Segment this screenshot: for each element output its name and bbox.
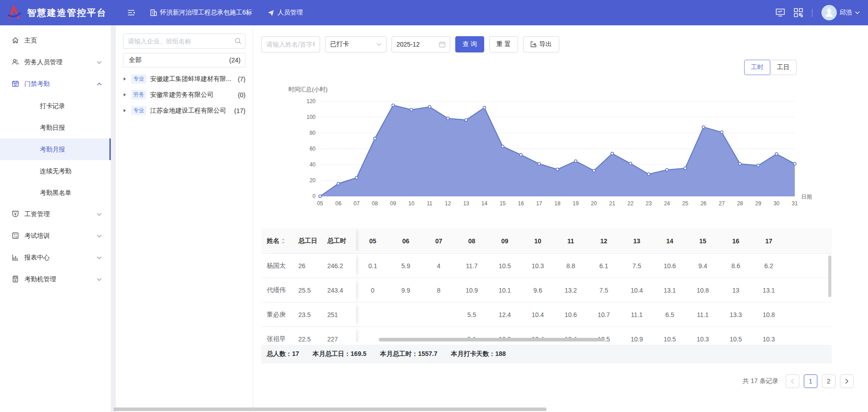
- tree-all-label: 全部: [129, 56, 142, 64]
- page-button-2[interactable]: 2: [822, 374, 835, 388]
- export-button[interactable]: 导出: [523, 36, 559, 52]
- punch-status-select[interactable]: 已打卡: [325, 36, 387, 52]
- company-tree-panel: 全部 (24) 专业安徽建工集团蚌埠建材有限...(7)劳务安徽常建劳务有限公司…: [116, 25, 253, 412]
- page-horizontal-scrollbar[interactable]: [113, 407, 547, 411]
- svg-text:12: 12: [445, 200, 451, 207]
- tree-item-2[interactable]: 专业江苏金地建设工程有限公司(17): [123, 103, 245, 118]
- qr-code-icon[interactable]: [794, 8, 803, 17]
- cell-day: 13.1: [752, 278, 785, 302]
- prev-page-button[interactable]: [786, 374, 799, 388]
- svg-text:29: 29: [755, 200, 762, 207]
- sidebar-item-6[interactable]: 考勤机管理: [0, 269, 111, 290]
- monitor-icon[interactable]: [776, 9, 785, 17]
- summary-item-3: 本月打卡天数：188: [451, 350, 505, 358]
- cell-day: 0.1: [356, 254, 389, 278]
- cell-day: 11.1: [686, 303, 719, 327]
- cell-day: 6.2: [752, 254, 785, 278]
- user-menu[interactable]: 邱浩: [821, 5, 860, 20]
- col-day-09: 09: [488, 228, 521, 253]
- table-header-row: 姓名总工日总工时05060708091011121314151617: [261, 228, 832, 254]
- toggle-days-button[interactable]: 工日: [770, 60, 797, 75]
- cell-day: 10.3: [686, 327, 719, 342]
- tree-item-all[interactable]: 全部 (24): [123, 53, 245, 67]
- attendance-table: 姓名总工日总工时05060708091011121314151617杨国太262…: [261, 228, 832, 342]
- cell-day: 9.4: [686, 254, 719, 278]
- sidebar-subitem-考勤黑名单[interactable]: 考勤黑名单: [0, 182, 111, 204]
- cell-day: 8.8: [554, 254, 587, 278]
- svg-text:30: 30: [774, 200, 780, 207]
- table-row-1[interactable]: 代绩伟25.5243.409.9810.910.19.613.27.510.41…: [261, 278, 832, 303]
- table-vertical-scrollbar[interactable]: [828, 256, 831, 297]
- sidebar-item-2[interactable]: 门禁考勤: [0, 73, 111, 95]
- svg-text:27: 27: [719, 200, 725, 207]
- tree-all-count: (24): [229, 57, 241, 64]
- table-horizontal-scrollbar[interactable]: [379, 338, 605, 341]
- col-name[interactable]: 姓名: [261, 228, 298, 253]
- sidebar-subitem-连续无考勤[interactable]: 连续无考勤: [0, 160, 111, 182]
- sidebar-item-0[interactable]: 主页: [0, 30, 111, 52]
- caret-right-icon[interactable]: [123, 93, 127, 97]
- sidebar-item-3[interactable]: 工资管理: [0, 204, 111, 225]
- company-search-input[interactable]: [123, 33, 245, 49]
- report-icon: [12, 254, 19, 262]
- company-count: (7): [238, 76, 245, 83]
- sort-icon[interactable]: [281, 238, 285, 244]
- sidebar-item-1[interactable]: 劳务人员管理: [0, 52, 111, 73]
- attendance-chart: 时间汇总(小时)02040608010012005060708091011121…: [285, 84, 814, 209]
- sidebar-item-5[interactable]: 报表中心: [0, 247, 111, 269]
- records-total: 共 17 条记录: [743, 377, 778, 385]
- page-button-1[interactable]: 1: [804, 374, 817, 388]
- table-row-0[interactable]: 杨国太26246.20.15.9411.710.510.38.86.17.510…: [261, 254, 832, 278]
- cell-total-hours: 227: [327, 327, 356, 342]
- building-icon: [150, 9, 157, 16]
- sidebar-item-4[interactable]: 考试培训: [0, 225, 111, 247]
- col-day-06: 06: [389, 228, 422, 253]
- cell-day: 6.5: [653, 303, 686, 327]
- cell-day: 10.4: [521, 303, 554, 327]
- month-picker[interactable]: 2025-12: [392, 36, 450, 52]
- sidebar-subitem-考勤月报[interactable]: 考勤月报: [0, 138, 111, 160]
- svg-text:80: 80: [310, 130, 316, 136]
- svg-text:25: 25: [682, 200, 689, 207]
- sidebar-subitem-打卡记录[interactable]: 打卡记录: [0, 95, 111, 117]
- search-button[interactable]: 查 询: [455, 36, 484, 52]
- name-search-input[interactable]: [266, 41, 315, 48]
- cell-day: 10.9: [455, 278, 488, 302]
- summary-bar: 总人数：17本月总工日：169.5本月总工时：1557.7本月打卡天数：188: [261, 345, 832, 364]
- workers-icon: [12, 58, 19, 67]
- col-day-17: 17: [752, 228, 785, 253]
- cell-day: [389, 303, 422, 327]
- tree-item-0[interactable]: 专业安徽建工集团蚌埠建材有限...(7): [123, 71, 245, 87]
- svg-text:23: 23: [646, 200, 652, 207]
- app-title: 智慧建造管控平台: [27, 7, 107, 19]
- cell-day: 11.1: [620, 303, 653, 327]
- toggle-hours-button[interactable]: 工时: [744, 60, 770, 75]
- project-selector[interactable]: 怀洪新河治理工程总承包施工6标: [150, 9, 252, 17]
- next-page-button[interactable]: [840, 374, 854, 388]
- cell-day: 10.6: [653, 254, 686, 278]
- cell-day: 12.4: [488, 303, 521, 327]
- cell-day: 10.6: [554, 303, 587, 327]
- company-count: (17): [234, 107, 245, 114]
- svg-text:19: 19: [573, 200, 579, 207]
- svg-text:17: 17: [536, 200, 542, 207]
- svg-text:31: 31: [792, 200, 798, 207]
- svg-text:日期: 日期: [801, 194, 812, 200]
- menu-fold-button[interactable]: [127, 9, 135, 16]
- cell-total-hours: 251: [327, 303, 356, 327]
- cell-total-days: 25.5: [298, 278, 327, 302]
- tree-item-1[interactable]: 劳务安徽常建劳务有限公司(0): [123, 87, 245, 103]
- cell-day: 13: [719, 278, 752, 302]
- reset-button[interactable]: 重 置: [489, 36, 518, 52]
- person-management-nav[interactable]: 人员管理: [268, 9, 303, 17]
- punch-status-value: 已打卡: [330, 40, 349, 48]
- caret-right-icon[interactable]: [123, 109, 127, 113]
- svg-text:28: 28: [737, 200, 743, 207]
- person-management-label: 人员管理: [278, 9, 303, 17]
- sidebar-subitem-考勤日报[interactable]: 考勤日报: [0, 117, 111, 138]
- cell-day: 10.1: [488, 278, 521, 302]
- caret-right-icon[interactable]: [123, 77, 127, 81]
- name-search-field: [261, 36, 320, 52]
- col-day-05: 05: [356, 228, 389, 253]
- table-row-2[interactable]: 董必庚23.52515.512.410.410.610.711.16.511.1…: [261, 303, 832, 327]
